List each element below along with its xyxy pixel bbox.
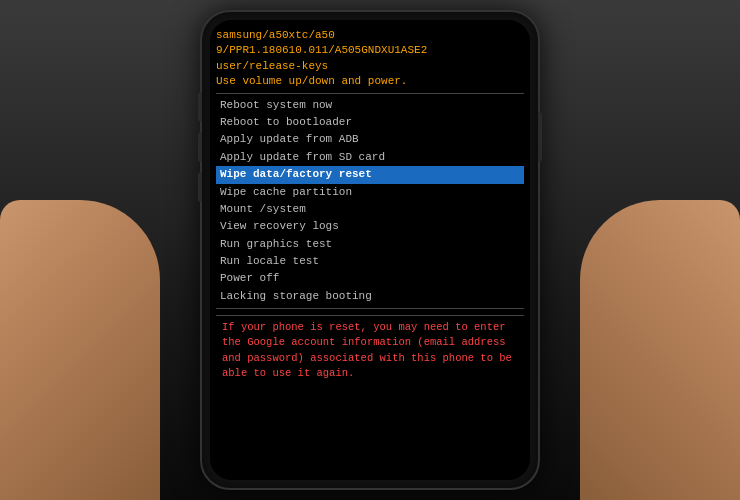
menu-item-recovery-logs[interactable]: View recovery logs [216,218,524,235]
menu-item-power-off[interactable]: Power off [216,270,524,287]
menu-item-lacking-storage[interactable]: Lacking storage booting [216,288,524,305]
bixby-button [198,172,202,202]
menu-item-apply-sd[interactable]: Apply update from SD card [216,149,524,166]
recovery-screen: samsung/a50xtc/a50 9/PPR1.180610.011/A50… [210,20,530,480]
device-model-line: samsung/a50xtc/a50 [216,28,524,43]
recovery-menu: Reboot system now Reboot to bootloader A… [216,97,524,306]
phone-screen-area: samsung/a50xtc/a50 9/PPR1.180610.011/A50… [210,20,530,480]
hand-right [580,200,740,500]
hand-left [0,200,160,500]
scene: samsung/a50xtc/a50 9/PPR1.180610.011/A50… [0,0,740,500]
warning-text: If your phone is reset, you may need to … [222,320,518,381]
menu-item-apply-adb[interactable]: Apply update from ADB [216,131,524,148]
menu-item-wipe-cache[interactable]: Wipe cache partition [216,184,524,201]
build-type-line: user/release-keys [216,59,524,74]
nav-hint-line: Use volume up/down and power. [216,74,524,89]
menu-item-wipe-data[interactable]: Wipe data/factory reset [216,166,524,183]
menu-item-reboot-bootloader[interactable]: Reboot to bootloader [216,114,524,131]
menu-divider [216,308,524,309]
volume-down-button [198,132,202,162]
menu-item-mount-system[interactable]: Mount /system [216,201,524,218]
phone-body: samsung/a50xtc/a50 9/PPR1.180610.011/A50… [200,10,540,490]
menu-item-graphics-test[interactable]: Run graphics test [216,236,524,253]
power-button [538,112,542,162]
warning-box: If your phone is reset, you may need to … [216,315,524,385]
volume-up-button [198,92,202,122]
menu-item-locale-test[interactable]: Run locale test [216,253,524,270]
header-divider [216,93,524,94]
build-number-line: 9/PPR1.180610.011/A505GNDXU1ASE2 [216,43,524,58]
menu-item-reboot-system[interactable]: Reboot system now [216,97,524,114]
